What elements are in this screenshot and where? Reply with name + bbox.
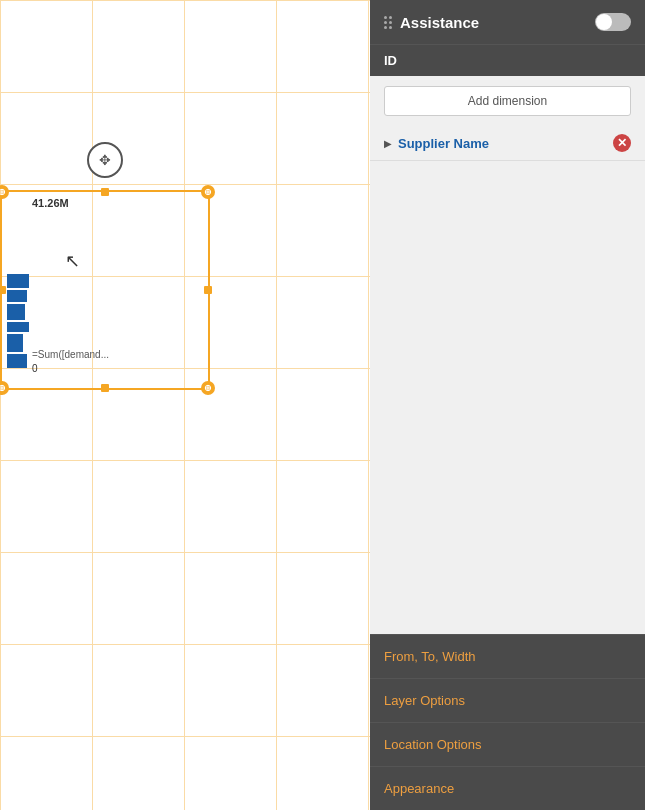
supplier-name-label: Supplier Name [398, 136, 607, 151]
bar-1 [7, 274, 29, 288]
id-section: ID [370, 44, 645, 76]
edge-handle-top[interactable] [101, 188, 109, 196]
bars-container [7, 212, 31, 368]
corner-icon-bl: ⊕ [0, 383, 6, 393]
corner-handle-tr[interactable]: ⊕ [201, 185, 215, 199]
supplier-name-row: ▶ Supplier Name ✕ [370, 126, 645, 161]
appearance-label: Appearance [384, 781, 454, 796]
remove-supplier-button[interactable]: ✕ [613, 134, 631, 152]
bar-2 [7, 290, 27, 302]
id-label: ID [384, 53, 397, 68]
corner-handle-br[interactable]: ⊕ [201, 381, 215, 395]
location-options-section[interactable]: Location Options [370, 722, 645, 766]
corner-icon-tr: ⊕ [204, 187, 212, 197]
rotation-handle[interactable]: ✥ [87, 142, 123, 178]
panel-title: Assistance [400, 14, 587, 31]
layer-options-section[interactable]: Layer Options [370, 678, 645, 722]
add-dimension-button[interactable]: Add dimension [384, 86, 631, 116]
chart-value: 41.26M [32, 197, 69, 209]
supplier-text: Supplier Name [398, 136, 489, 151]
right-panel: Assistance ID Add dimension ▶ Supplier N… [370, 0, 645, 810]
chart-zero: 0 [32, 363, 38, 374]
bar-3 [7, 304, 25, 320]
toggle-switch[interactable] [595, 13, 631, 31]
corner-icon-tl: ⊕ [0, 187, 6, 197]
canvas-grid [0, 0, 370, 810]
panel-header-dots-icon [384, 16, 392, 29]
edge-handle-bottom[interactable] [101, 384, 109, 392]
bar-4 [7, 322, 29, 332]
rotation-icon: ✥ [99, 152, 111, 168]
corner-icon-br: ⊕ [204, 383, 212, 393]
corner-handle-tl[interactable]: ⊕ [0, 185, 9, 199]
chart-widget[interactable]: ✥ ⊕ ⊕ ⊕ ⊕ 41.26M =Sum([dema [0, 190, 210, 390]
edge-handle-right[interactable] [204, 286, 212, 294]
location-options-label: Location Options [384, 737, 482, 752]
toggle-thumb [596, 14, 612, 30]
from-to-width-label: From, To, Width [384, 649, 476, 664]
panel-header: Assistance [370, 0, 645, 44]
canvas-area[interactable]: ✥ ⊕ ⊕ ⊕ ⊕ 41.26M =Sum([dema [0, 0, 370, 810]
appearance-section[interactable]: Appearance [370, 766, 645, 810]
layer-options-label: Layer Options [384, 693, 465, 708]
bottom-sections: From, To, Width Layer Options Location O… [370, 634, 645, 810]
chart-formula: =Sum([demand... [32, 349, 109, 360]
edge-handle-left[interactable] [0, 286, 6, 294]
remove-icon: ✕ [617, 136, 627, 150]
bar-5 [7, 334, 23, 352]
panel-spacer [370, 161, 645, 634]
from-to-width-section[interactable]: From, To, Width [370, 634, 645, 678]
bar-6 [7, 354, 27, 368]
expand-arrow-icon[interactable]: ▶ [384, 138, 392, 149]
